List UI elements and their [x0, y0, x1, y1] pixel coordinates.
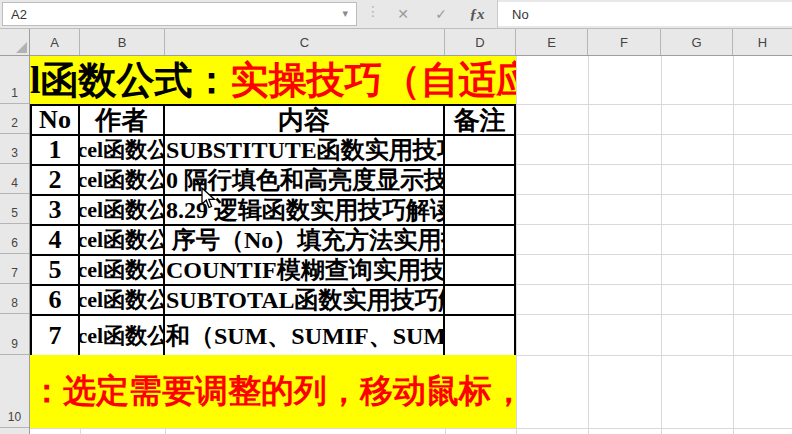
cell-content[interactable]: SUBTOTAL函数实用技巧解读: [165, 286, 445, 316]
row-header-6[interactable]: 6: [0, 224, 29, 254]
row-header-11-partial[interactable]: [0, 428, 29, 434]
cell-no[interactable]: 2: [32, 166, 80, 196]
row-header-8[interactable]: 8: [0, 284, 29, 314]
title-black-text: l函数公式：: [30, 56, 231, 104]
cell-author[interactable]: Excel函数公式: [80, 226, 165, 256]
insert-function-button[interactable]: ƒx: [464, 3, 490, 25]
cell-note[interactable]: [445, 166, 516, 196]
row-header-10[interactable]: 10: [0, 355, 29, 428]
select-all-button[interactable]: [0, 29, 30, 55]
cell-note[interactable]: [445, 256, 516, 286]
cell-no[interactable]: 3: [32, 196, 80, 226]
cell-note[interactable]: [445, 316, 516, 357]
table-row: 7 Excel函数公式 和（SUM、SUMIF、SUMIFS）: [32, 316, 516, 357]
row-header-3[interactable]: 3: [0, 134, 29, 164]
column-header-h[interactable]: H: [733, 29, 792, 55]
cell-no[interactable]: 6: [32, 286, 80, 316]
column-header-a[interactable]: A: [30, 29, 80, 55]
enter-button[interactable]: ✓: [428, 3, 454, 25]
name-box[interactable]: A2 ▾: [2, 2, 357, 26]
cell-author[interactable]: Excel函数公式: [80, 166, 165, 196]
column-header-f[interactable]: F: [588, 29, 661, 55]
cell-note[interactable]: [445, 226, 516, 256]
column-header-b[interactable]: B: [80, 29, 165, 55]
cell-content[interactable]: COUNTIF模糊查询实用技巧解读: [165, 256, 445, 286]
cell-author[interactable]: Excel函数公式: [80, 286, 165, 316]
header-cell-no[interactable]: No: [32, 106, 80, 136]
name-box-dropdown-icon[interactable]: ▾: [342, 7, 348, 20]
title-red-text: 实操技巧（自适应列: [231, 56, 516, 104]
column-header-d[interactable]: D: [445, 29, 516, 55]
cell-content[interactable]: SUBSTITUTE函数实用技巧解读: [165, 136, 445, 166]
column-header-g[interactable]: G: [661, 29, 733, 55]
cell-no[interactable]: 1: [32, 136, 80, 166]
formula-value: No: [512, 7, 529, 22]
column-header-c[interactable]: C: [165, 29, 445, 55]
name-box-value: A2: [11, 7, 27, 22]
title-banner-cell[interactable]: l函数公式：实操技巧（自适应列: [30, 56, 516, 104]
table-row: 3 Excel函数公式 8.29 逻辑函数实用技巧解读: [32, 196, 516, 226]
header-cell-author[interactable]: 作者: [80, 106, 165, 136]
formula-bar-drag-dots-icon: ⋮: [366, 3, 380, 19]
footer-banner-cell[interactable]: ：选定需要调整的列，移动鼠标，: [30, 355, 516, 428]
row-header-7[interactable]: 7: [0, 254, 29, 284]
header-cell-content[interactable]: 内容: [165, 106, 445, 136]
table-header-row: No 作者 内容 备注: [32, 106, 516, 136]
row-header-1[interactable]: 1: [0, 56, 29, 104]
cell-author[interactable]: Excel函数公式: [80, 136, 165, 166]
table-row: 5 Excel函数公式 COUNTIF模糊查询实用技巧解读: [32, 256, 516, 286]
cell-note[interactable]: [445, 196, 516, 226]
cell-note[interactable]: [445, 136, 516, 166]
cell-no[interactable]: 7: [32, 316, 80, 357]
row-header-9[interactable]: 9: [0, 314, 29, 355]
table-row: 2 Excel函数公式 0 隔行填色和高亮度显示技巧: [32, 166, 516, 196]
cell-author[interactable]: Excel函数公式: [80, 316, 165, 357]
row-header-2[interactable]: 2: [0, 104, 29, 134]
data-table: No 作者 内容 备注 1 Excel函数公式 SUBSTITUTE函数实用技巧…: [30, 104, 516, 357]
cell-no[interactable]: 5: [32, 256, 80, 286]
cancel-button[interactable]: ✕: [390, 3, 416, 25]
cell-content[interactable]: 序号（No）填充方法实用技巧: [165, 226, 445, 256]
table-row: 4 Excel函数公式 序号（No）填充方法实用技巧: [32, 226, 516, 256]
column-headers: A B C D E F G H: [0, 29, 792, 56]
mouse-cursor-icon: [201, 187, 219, 215]
footer-red-text: ：选定需要调整的列，移动鼠标，: [30, 369, 516, 414]
cell-content[interactable]: 和（SUM、SUMIF、SUMIFS）: [165, 316, 445, 357]
table-row: 1 Excel函数公式 SUBSTITUTE函数实用技巧解读: [32, 136, 516, 166]
row-header-5[interactable]: 5: [0, 194, 29, 224]
row-headers: 1 2 3 4 5 6 7 8 9 10: [0, 56, 30, 434]
formula-bar: A2 ▾ ⋮ ✕ ✓ ƒx No: [0, 0, 792, 29]
column-header-e[interactable]: E: [516, 29, 588, 55]
row-header-4[interactable]: 4: [0, 164, 29, 194]
header-cell-note[interactable]: 备注: [445, 106, 516, 136]
select-all-triangle-icon: [16, 42, 27, 53]
table-row: 6 Excel函数公式 SUBTOTAL函数实用技巧解读: [32, 286, 516, 316]
formula-input[interactable]: No: [498, 2, 792, 26]
cell-note[interactable]: [445, 286, 516, 316]
cell-author[interactable]: Excel函数公式: [80, 256, 165, 286]
cell-no[interactable]: 4: [32, 226, 80, 256]
cell-author[interactable]: Excel函数公式: [80, 196, 165, 226]
